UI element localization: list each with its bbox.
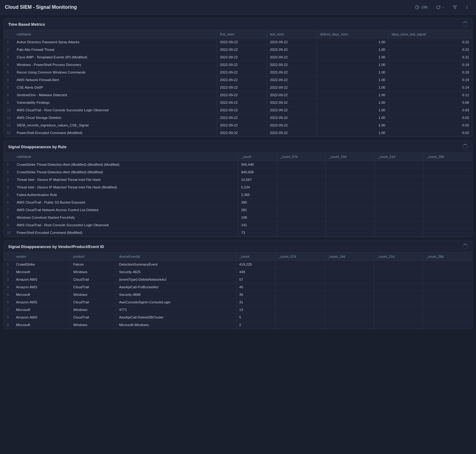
table-row[interactable]: 1 CrowdStrike Falcon DetectionSummaryEve… (4, 261, 472, 268)
count-14d-cell (325, 299, 374, 306)
col-distinct-days: distinct_days_seen (317, 30, 388, 38)
count-21d-cell (374, 261, 423, 268)
col-count: _count (236, 253, 275, 261)
table-row[interactable]: 8 SentinelOne - Malware Detected 2022-09… (4, 91, 472, 99)
device-event-id-cell: 4771 (116, 306, 236, 314)
table-row[interactable]: 5 Recon Using Common Windows Commands 20… (4, 69, 472, 76)
vendor-cell: Microsoft (13, 291, 70, 299)
first-seen-cell: 2022-09-22 (217, 91, 267, 99)
count-28d-cell (423, 206, 472, 214)
rule-name-cell: CrowdStrike Threat Detection Alert (Modi… (14, 161, 238, 168)
table-row[interactable]: 4 Threat Intel - Device IP Matched Threa… (4, 184, 472, 191)
rule-name-cell: Vulnerability Findings (14, 99, 217, 106)
app-header: Cloud SIEM - Signal Monitoring -24h (0, 0, 476, 15)
table-row[interactable]: 2 Palo Alto Firewall Threat 2022-09-22 2… (4, 46, 472, 54)
days-since-cell: 0.02 (388, 114, 472, 122)
refresh-control[interactable] (434, 4, 447, 11)
count-cell: 73 (238, 229, 277, 237)
table-row[interactable]: 9 AWS CloudTrail - Root Console Successf… (4, 221, 472, 229)
table-row[interactable]: 13 PowerShell Encoded Command (Modified)… (4, 129, 472, 137)
count-21d-cell (374, 306, 423, 314)
count-14d-cell (325, 321, 374, 329)
count-28d-cell (423, 283, 472, 291)
table-row[interactable]: 5 Microsoft Windows Security-4688 36 (4, 291, 472, 299)
count-28d-cell (423, 299, 472, 306)
table-row[interactable]: 12 SIEM_records_logreduce_values_CSE_Sig… (4, 122, 472, 129)
row-number: 1 (4, 261, 13, 268)
table-row[interactable]: 7 AWS CloudTrail Network Access Control … (4, 206, 472, 214)
filter-icon (453, 5, 457, 9)
table-row[interactable]: 1 CrowdStrike Threat Detection Alert (Mo… (4, 161, 472, 168)
first-seen-cell: 2022-09-22 (217, 99, 267, 106)
count-07d-cell (277, 176, 326, 184)
count-28d-cell (423, 214, 472, 221)
table-row[interactable]: 6 Amazon AWS CloudTrail AwsConsoleSignIn… (4, 299, 472, 306)
table-row[interactable]: 10 AWS CloudTrail - Root Console Success… (4, 106, 472, 114)
count-cell: 57 (236, 276, 275, 283)
signal-disappearances-vendor-title: Signal Disappearances by Vendor/Product/… (8, 244, 104, 249)
row-number: 8 (4, 91, 14, 99)
table-row[interactable]: 8 Amazon AWS CloudTrail AwsApiCall-Delet… (4, 314, 472, 321)
count-28d-cell (423, 321, 472, 329)
count-28d-cell (423, 176, 472, 184)
count-21d-cell (375, 191, 424, 199)
rule-name-cell: SentinelOne - Malware Detected (14, 91, 217, 99)
count-cell: 281 (238, 206, 277, 214)
count-14d-cell (326, 229, 375, 237)
row-number: 4 (4, 61, 14, 69)
table-row[interactable]: 3 Amazon AWS CloudTrail {eventType}-Dele… (4, 276, 472, 283)
col-count-21d: _count_21d (374, 253, 423, 261)
product-cell: Windows (70, 268, 116, 276)
count-cell: 14,567 (238, 176, 277, 184)
col-product: product (70, 253, 116, 261)
vendor-cell: CrowdStrike (13, 261, 70, 268)
count-cell: 390 (238, 199, 277, 206)
table-row[interactable]: 8 Windows Connhost Started Forcefully 19… (4, 214, 472, 221)
table-row[interactable]: 4 Windows - PowerShell Process Discovery… (4, 61, 472, 69)
loading-spinner-3 (462, 244, 468, 249)
count-28d-cell (423, 168, 472, 176)
days-since-cell: 0.19 (388, 69, 472, 76)
count-28d-cell (423, 306, 472, 314)
col-count-07d: _count_07d (275, 253, 325, 261)
table-row[interactable]: 4 Amazon AWS CloudTrail AwsApiCall-PutBu… (4, 283, 472, 291)
col-last-seen: last_seen (267, 30, 317, 38)
row-number: 9 (4, 321, 13, 329)
rule-name-cell: AWS CloudTrail Network Access Control Li… (14, 206, 238, 214)
more-icon (465, 5, 469, 9)
time-based-metrics-title: Time Based Metrics (8, 22, 45, 27)
time-filter-control[interactable]: -24h (413, 4, 430, 11)
count-cell: 45 (236, 283, 275, 291)
table-row[interactable]: 2 Microsoft Windows Security-4625 449 (4, 268, 472, 276)
product-cell: Windows (70, 306, 116, 314)
table-row[interactable]: 9 Microsoft Windows Microsoft-Windows- 2 (4, 321, 472, 329)
table-row[interactable]: 5 Failed Authentication Rule 2,365 (4, 191, 472, 199)
table-row[interactable]: 6 AWS CloudTrail - Public S3 Bucket Expo… (4, 199, 472, 206)
rule-name-cell: AWS Network Firewall Alert (14, 76, 217, 84)
filter-button[interactable] (451, 3, 459, 11)
count-21d-cell (375, 214, 424, 221)
table-row[interactable]: 10 PowerShell Encoded Command (Modified)… (4, 229, 472, 237)
table-row[interactable]: 1 Active Directory Password Spray Attack… (4, 38, 472, 46)
row-number: 4 (4, 184, 14, 191)
signal-disappearances-rule-title: Signal Disappearances by Rule (8, 145, 66, 149)
days-since-cell: 0.02 (388, 122, 472, 129)
table-row[interactable]: 3 Cisco AMP - Templated Events (IP) (Mod… (4, 54, 472, 61)
distinct-days-cell: 1.00 (317, 91, 388, 99)
table-row[interactable]: 3 Threat Intel - Device IP Matched Threa… (4, 176, 472, 184)
product-cell: Windows (70, 321, 116, 329)
vendor-cell: Amazon AWS (13, 276, 70, 283)
table-row[interactable]: 7 Microsoft Windows 4771 13 (4, 306, 472, 314)
table-row[interactable]: 2 CrowdStrike Threat Detection Alert (Mo… (4, 168, 472, 176)
table-row[interactable]: 11 AWS Cloud Storage Deletion 2022-09-22… (4, 114, 472, 122)
table-row[interactable]: 7 CSE Alerts DstIP 2022-09-22 2022-09-22… (4, 84, 472, 91)
device-event-id-cell: Security-4688 (116, 291, 236, 299)
table-row[interactable]: 6 AWS Network Firewall Alert 2022-09-22 … (4, 76, 472, 84)
table-row[interactable]: 9 Vulnerability Findings 2022-09-22 2022… (4, 99, 472, 106)
more-options-button[interactable] (463, 3, 471, 11)
distinct-days-cell: 1.00 (317, 129, 388, 137)
count-cell: 198 (238, 214, 277, 221)
rule-name-cell: Cisco AMP - Templated Events (IP) (Modif… (14, 54, 217, 61)
svg-point-4 (467, 8, 467, 8)
rule-name-cell: Threat Intel - Device IP Matched Threat … (14, 176, 238, 184)
